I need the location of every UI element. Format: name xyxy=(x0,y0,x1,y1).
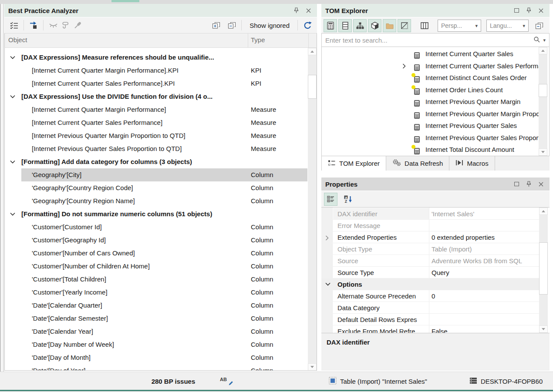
property-row[interactable]: Source TypeQuery xyxy=(321,267,540,278)
scroll-up-button[interactable] xyxy=(539,208,548,215)
property-row[interactable]: Alternate Source Preceden0 xyxy=(321,290,540,302)
pin-icon[interactable] xyxy=(524,179,533,189)
close-icon[interactable] xyxy=(536,6,546,15)
property-row[interactable]: DAX identifier'Internet Sales' xyxy=(321,208,540,220)
close-icon[interactable] xyxy=(303,6,313,15)
type-column-header[interactable]: Type xyxy=(251,36,265,44)
properties-vertical-scrollbar[interactable] xyxy=(539,208,548,333)
scroll-down-button[interactable] xyxy=(308,363,317,371)
bpa-object-row[interactable]: 'Customer'[Number of Cars Owned]Column xyxy=(5,247,307,260)
collapse-chevron-icon[interactable] xyxy=(10,160,15,164)
close-icon[interactable] xyxy=(536,179,546,189)
property-row[interactable]: Extended Properties0 extended properties xyxy=(321,231,540,243)
tree-item[interactable]: Internet Current Quarter Sales Performan… xyxy=(322,60,540,72)
bpa-object-row[interactable]: [Internet Current Quarter Margin Perform… xyxy=(5,64,307,77)
property-row[interactable]: Object TypeTable (Import) xyxy=(321,243,540,255)
collapse-chevron-icon[interactable] xyxy=(325,282,330,286)
cube-toggle-button[interactable] xyxy=(368,19,381,32)
bpa-object-row[interactable]: 'Date'[Calendar Quarter]Column xyxy=(5,299,307,312)
language-select[interactable]: Langu...▾ xyxy=(486,20,529,32)
collapse-chevron-icon[interactable] xyxy=(10,212,15,216)
categorized-icon[interactable] xyxy=(324,193,337,206)
maximize-icon[interactable] xyxy=(512,6,521,15)
collapse-chevron-icon[interactable] xyxy=(10,95,15,98)
object-column-header[interactable]: Object xyxy=(8,36,27,44)
bpa-object-row[interactable]: 'Date'[Day of Year]Column xyxy=(5,364,307,371)
scroll-down-button[interactable] xyxy=(539,148,547,156)
tab-macros[interactable]: Macros xyxy=(449,156,495,171)
scroll-thumb[interactable] xyxy=(308,75,317,99)
maximize-icon[interactable] xyxy=(512,179,521,189)
bpa-rule-row[interactable]: [Formatting] Do not summarize numeric co… xyxy=(5,208,307,221)
property-row[interactable]: Data Category xyxy=(321,302,540,314)
screwdriver-icon[interactable] xyxy=(71,19,84,31)
bpa-object-row[interactable]: [Internet Current Quarter Margin Perform… xyxy=(5,103,307,116)
tree-item[interactable]: Internet Previous Quarter Sales Proporti… xyxy=(322,132,540,144)
pin-icon[interactable] xyxy=(524,6,533,15)
hidden-eye-icon[interactable] xyxy=(47,19,59,31)
search-icon[interactable] xyxy=(533,36,540,44)
property-category-row[interactable]: Options xyxy=(321,278,540,290)
bpa-object-row[interactable]: [Internet Previous Quarter Margin Propor… xyxy=(5,129,307,142)
bpa-object-row[interactable]: 'Geography'[Country Region Code]Column xyxy=(5,181,307,194)
expand-chevron-icon[interactable] xyxy=(402,64,406,69)
expand-all-icon[interactable] xyxy=(210,19,222,31)
tree-vertical-scrollbar[interactable] xyxy=(539,47,547,156)
bpa-rule-row[interactable]: [DAX Expressions] Use the DIVIDE functio… xyxy=(5,90,307,103)
refresh-icon[interactable] xyxy=(301,19,314,31)
column-divider[interactable] xyxy=(248,34,248,47)
tree-item[interactable]: Internet Distinct Count Sales Order xyxy=(322,72,540,84)
collapse-all-icon[interactable] xyxy=(533,20,545,32)
scroll-up-button[interactable] xyxy=(539,47,547,54)
tab-data-refresh[interactable]: Data Refresh xyxy=(386,156,449,171)
bpa-rule-row[interactable]: [DAX Expressions] Measure references sho… xyxy=(5,51,307,64)
bpa-object-row[interactable]: 'Date'[Calendar Year]Column xyxy=(5,325,307,338)
az-sort-icon[interactable]: AZ xyxy=(342,193,354,205)
script-icon[interactable] xyxy=(59,19,71,31)
scroll-thumb[interactable] xyxy=(539,242,548,295)
property-row[interactable]: Default Detail Rows Expres xyxy=(321,314,540,325)
bpa-rule-row[interactable]: [Formatting] Add data category for colum… xyxy=(5,155,307,168)
property-row[interactable]: SourceAdventure Works DB from SQL xyxy=(321,255,540,267)
table-rows-toggle-button[interactable] xyxy=(338,19,352,32)
bpa-object-row[interactable]: 'Geography'[City]Column xyxy=(5,168,307,181)
folder-toggle-button[interactable] xyxy=(383,19,396,32)
scroll-thumb[interactable] xyxy=(539,84,547,97)
calculator-toggle-button[interactable] xyxy=(324,19,337,32)
spell-check-icon[interactable]: AB xyxy=(220,372,234,390)
bpa-object-row[interactable]: [Internet Current Quarter Sales Performa… xyxy=(5,116,307,129)
bpa-object-row[interactable]: 'Date'[Day Number of Week]Column xyxy=(5,338,307,351)
search-input[interactable] xyxy=(322,34,533,47)
tree-item[interactable]: Internet Previous Quarter Margin Proport… xyxy=(322,108,540,120)
bpa-object-row[interactable]: 'Customer'[Number of Children At Home]Co… xyxy=(5,260,307,273)
bpa-object-row[interactable]: 'Date'[Day of Month]Column xyxy=(5,351,307,364)
bpa-object-row[interactable]: 'Geography'[Country Region Name]Column xyxy=(5,194,307,208)
expand-chevron-icon[interactable] xyxy=(325,235,329,241)
bpa-object-row[interactable]: 'Date'[Calendar Semester]Column xyxy=(5,312,307,325)
pin-icon[interactable] xyxy=(291,6,301,15)
bpa-object-row[interactable]: 'Customer'[Yearly Income]Column xyxy=(5,286,307,299)
hierarchy-toggle-button[interactable] xyxy=(353,19,367,32)
property-row[interactable]: Exclude From Model RefreFalse xyxy=(321,325,540,333)
bpa-object-row[interactable]: [Internet Previous Quarter Sales Proport… xyxy=(5,142,307,155)
tree-item[interactable]: Internet Previous Quarter Sales xyxy=(322,120,540,131)
bpa-object-row[interactable]: [Internet Current Quarter Sales Performa… xyxy=(5,77,307,90)
collapse-all-icon[interactable] xyxy=(226,19,238,31)
goto-object-icon[interactable] xyxy=(27,19,40,31)
tree-item[interactable]: Internet Total Discount Amount xyxy=(322,144,540,155)
column-divider[interactable] xyxy=(308,34,309,47)
caret-down-icon[interactable]: ▾ xyxy=(543,37,546,43)
tab-tom-explorer[interactable]: TOM Explorer xyxy=(321,156,386,171)
checklist-icon[interactable] xyxy=(8,19,20,31)
collapse-chevron-icon[interactable] xyxy=(10,56,15,59)
bpa-object-row[interactable]: 'Customer'[Customer Id]Column xyxy=(5,221,307,234)
bpa-object-row[interactable]: 'Customer'[Total Children]Column xyxy=(5,273,307,286)
tree-item[interactable]: Internet Current Quarter Sales xyxy=(322,48,540,60)
scroll-up-button[interactable] xyxy=(308,48,317,55)
tree-item[interactable]: Internet Previous Quarter Margin xyxy=(322,96,540,107)
tree-item[interactable]: Internet Order Lines Count xyxy=(322,84,540,96)
perspective-select[interactable]: Persp...▾ xyxy=(438,20,481,32)
bpa-object-row[interactable]: 'Customer'[Geography Id]Column xyxy=(5,234,307,247)
show-ignored-button[interactable]: Show ignored xyxy=(245,22,294,29)
columns-button[interactable] xyxy=(418,19,431,32)
